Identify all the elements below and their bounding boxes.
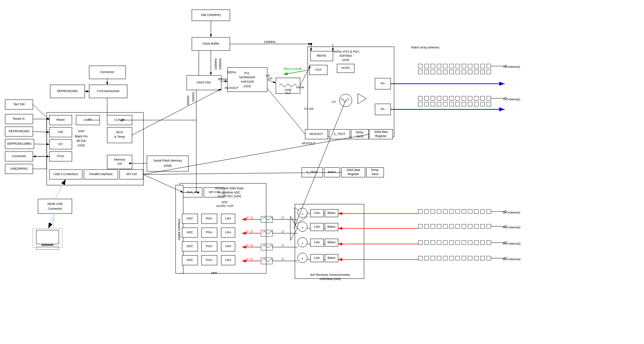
lna2-rx-label: LNA	[314, 225, 320, 228]
rx-ant2-group: Rx Antenna2	[418, 224, 521, 229]
svg-rect-73	[424, 224, 429, 228]
digital-if-label: Digital Interface	[177, 219, 181, 241]
tx-ant2-group: Tx Antenna2	[418, 96, 520, 101]
pll-label-1: PLL	[244, 71, 250, 75]
100mhz-v2: 100MHz	[218, 58, 222, 70]
tx-ant2-label: Tx Antenna2	[503, 98, 521, 101]
2slash-m1: 2/	[281, 216, 284, 219]
svg-rect-102	[431, 256, 435, 260]
clkin-sub-label: CLK_IN	[114, 118, 125, 121]
reg32-rx-label-2: Register	[347, 172, 359, 176]
svg-rect-31	[487, 70, 491, 74]
muxout-vco-pll	[267, 88, 305, 134]
dsp-label-1: DSP	[78, 129, 85, 133]
svg-rect-13	[462, 64, 466, 68]
reg32-rx-label-1: 32bit data	[346, 168, 360, 172]
svg-rect-54	[468, 102, 472, 106]
svg-rect-96	[480, 241, 485, 245]
refin-pll-label: REFIn	[227, 71, 236, 74]
svg-rect-61	[437, 209, 441, 214]
lo-label: LO	[332, 100, 336, 103]
svg-rect-82	[480, 224, 485, 228]
50mhz-label: 50MHz	[186, 95, 190, 105]
2slash-r1: 2/	[250, 216, 253, 219]
svg-rect-40	[468, 96, 472, 100]
svg-rect-93	[462, 241, 466, 245]
svg-rect-17	[487, 64, 491, 68]
adc-2slash2: 2/	[246, 230, 249, 233]
svg-rect-64	[456, 209, 460, 214]
spi-ctrl-label: SPI Ctrl	[126, 172, 137, 176]
lna3-adc-label: LNA	[225, 244, 231, 248]
rfin-12ghz-label: Rfin(12GHz)	[283, 67, 301, 71]
clock-buffer-label: Clock Buffer	[203, 42, 220, 45]
aux-label: AUX	[315, 68, 322, 71]
pga2-label: PGA	[206, 230, 212, 234]
dsp-label-4: (ADI)	[78, 144, 85, 147]
lna3-rx-label: LNA	[314, 241, 320, 244]
balun2-rx-label: Balun	[327, 225, 335, 228]
pll-label-2: Synthesizer	[239, 75, 255, 79]
receiver-title-2: ADF5904 (ADI)	[319, 277, 341, 281]
rx-ant3-label: Rx Antenna3	[503, 242, 521, 245]
svg-rect-66	[468, 209, 472, 214]
balun4-rx-label: Balun	[327, 256, 335, 260]
vco-pga-brand: (ADI)	[342, 58, 349, 62]
svg-rect-58	[418, 209, 422, 214]
uid-sub-label: UID	[58, 130, 63, 134]
lna4-adc-label: LNA	[225, 258, 231, 262]
svg-rect-83	[487, 224, 491, 228]
reset-ic-label: Reset IC	[13, 117, 25, 120]
2slash-m3: 2/	[281, 244, 284, 247]
svg-rect-39	[462, 96, 466, 100]
rx-ant1-group: Rx Antenna1	[418, 209, 521, 214]
memory-ctrl-label-2: Ctrl	[117, 162, 122, 165]
svg-rect-30	[480, 70, 485, 74]
svg-rect-107	[462, 256, 466, 260]
svg-rect-50	[443, 102, 447, 106]
svg-rect-89	[437, 241, 441, 245]
hpf-label: HPF	[211, 271, 218, 275]
svg-rect-22	[431, 70, 435, 74]
rfin-slash: 2/	[299, 67, 302, 71]
serial-flash-label-1: Serial Flash Memory	[153, 159, 182, 162]
clock-dist-label: Clock Dist.	[196, 81, 211, 84]
svg-rect-94	[468, 241, 472, 245]
svg-rect-51	[449, 102, 454, 106]
svg-rect-88	[431, 241, 435, 245]
svg-rect-34	[431, 96, 435, 100]
lna4-rx-label: LNA	[314, 256, 320, 260]
mux-temp-label-2: & Temp	[114, 135, 125, 138]
2slash-r3: 2/	[250, 244, 253, 247]
pa2-label: PA	[381, 107, 384, 111]
svg-rect-25	[449, 70, 454, 74]
minib-usb-label-2: Connector	[48, 207, 62, 210]
tx-ant2-row2	[418, 102, 491, 106]
svg-rect-49	[437, 102, 441, 106]
reset-sub-label: Reset	[56, 118, 65, 121]
svg-rect-15	[474, 64, 478, 68]
svg-rect-48	[431, 102, 435, 106]
svg-rect-92	[456, 241, 460, 245]
adc-title-1: 4Channel 16bit Data	[215, 187, 243, 190]
100mhz-label: 100MHz	[264, 40, 276, 44]
svg-rect-100	[418, 256, 422, 260]
jtag-sub-label: JTAG	[57, 154, 64, 158]
mux-to-clkdist	[132, 89, 221, 135]
rx-ant2-label: Rx Antenna2	[503, 226, 521, 229]
svg-rect-52	[456, 102, 460, 106]
2slash-m2: 2/	[281, 230, 284, 233]
svg-rect-36	[443, 96, 447, 100]
adc2-label: ADC	[186, 230, 193, 234]
pga1-label: PGA	[206, 217, 212, 220]
balun1-top-label: Balun	[328, 170, 336, 174]
connector-top-label: Connector	[100, 70, 114, 74]
adc-2slash3: 2/	[246, 244, 249, 247]
receiver-title-1: 4ch Receiver Downconverter	[310, 273, 350, 277]
mixer2-x: ×	[301, 226, 303, 229]
muxout-bottom-label: MUXOUT	[302, 142, 316, 145]
clkin-adc-label: CLK_IN	[187, 190, 198, 194]
pc-keyboard	[36, 247, 59, 250]
svg-rect-20	[418, 70, 422, 74]
svg-rect-106	[456, 256, 460, 260]
